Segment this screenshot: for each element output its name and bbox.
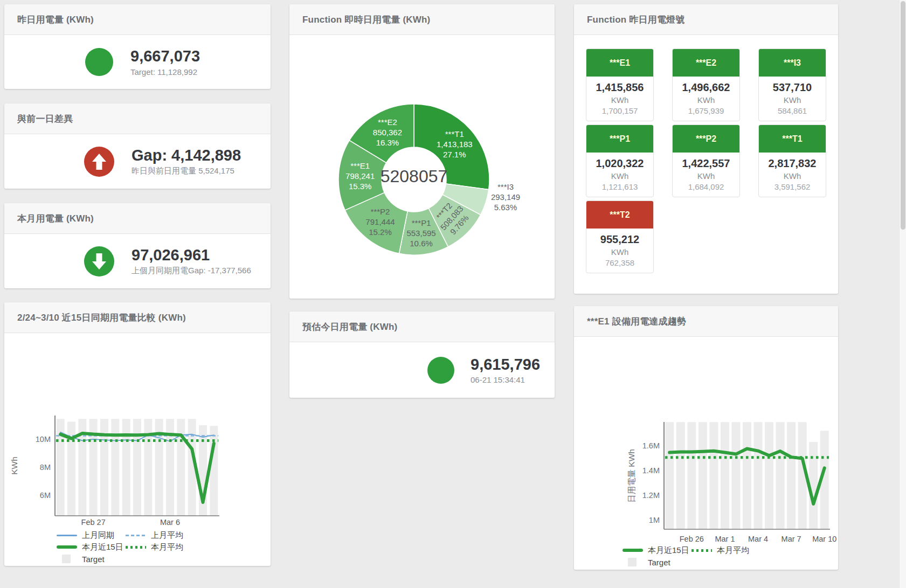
donut-center-total: 5208057 xyxy=(381,167,448,186)
tile-header: ***T2 xyxy=(586,201,653,229)
legend-item[interactable]: Target xyxy=(57,555,126,564)
compare-chart: 10M8M6MFeb 27Mar 6KWh xyxy=(4,333,271,538)
target-bar xyxy=(765,422,773,529)
x-tick-label: Mar 6 xyxy=(160,518,180,527)
legend-label: 上月同期 xyxy=(82,530,114,541)
tile-value: 1,020,322 xyxy=(586,157,653,170)
tile-unit: KWh xyxy=(586,247,653,257)
donut-slice-label: 15.3% xyxy=(349,182,372,191)
panel-title[interactable]: 預估今日用電量 (KWh) xyxy=(302,321,397,333)
target-swatch-icon xyxy=(57,555,77,563)
panel-body: 97,026,961 上個月同期用電Gap: -17,377,566 xyxy=(4,234,271,288)
legend-item[interactable]: 本月平均 xyxy=(126,542,195,552)
tile-unit: KWh xyxy=(673,95,739,105)
panel-title[interactable]: 昨日用電量 (KWh) xyxy=(17,13,94,26)
vertical-scrollbar[interactable] xyxy=(899,0,906,588)
donut-slice-label: ***E1 xyxy=(350,161,370,170)
donut-slice-label: 5.63% xyxy=(494,203,517,212)
down-arrow-icon xyxy=(84,246,114,276)
light-tile-P2: ***P21,422,557KWh1,684,092 xyxy=(672,124,740,197)
light-tile-T1: ***T12,817,832KWh3,591,562 xyxy=(758,124,826,197)
panel-body: 9,667,073 Target: 11,128,992 xyxy=(4,35,271,89)
target-bar xyxy=(743,422,751,529)
donut-slice-label: 798,241 xyxy=(345,171,375,181)
target-bar xyxy=(665,422,674,529)
x-tick-label: Mar 7 xyxy=(781,535,801,543)
panel-body: 1.6M1.4M1.2M1MFeb 26Mar 1Mar 4Mar 7Mar 1… xyxy=(574,337,838,570)
panel-header: Function 即時日用電量 (KWh) xyxy=(289,4,555,35)
dashboard: 昨日用電量 (KWh) 9,667,073 Target: 11,128,992… xyxy=(0,0,906,588)
donut-slice-label: 850,362 xyxy=(373,128,402,137)
tile-target-value: 584,861 xyxy=(759,106,826,115)
tile-value: 1,422,557 xyxy=(673,157,739,170)
target-bar xyxy=(687,422,696,529)
stat-value: 97,026,961 xyxy=(132,246,251,264)
target-bar xyxy=(731,422,740,529)
target-bar xyxy=(676,422,685,529)
legend-item[interactable]: 上月同期 xyxy=(57,530,126,541)
y-tick-label: 1.4M xyxy=(642,466,660,475)
stat-value: 9,615,796 xyxy=(471,356,540,373)
panel-title[interactable]: 本月用電量 (KWh) xyxy=(17,212,94,225)
dotted-line-swatch-icon xyxy=(691,546,712,555)
panel-title[interactable]: ***E1 設備用電達成趨勢 xyxy=(587,315,686,328)
tile-unit: KWh xyxy=(586,171,653,181)
panel-header: 本月用電量 (KWh) xyxy=(4,203,271,234)
tile-value: 2,817,832 xyxy=(759,157,826,170)
panel-title[interactable]: Function 即時日用電量 (KWh) xyxy=(302,13,430,26)
x-tick-label: Feb 27 xyxy=(81,518,106,527)
light-tile-P1: ***P11,020,322KWh1,121,613 xyxy=(586,124,654,197)
tile-header: ***E1 xyxy=(586,49,653,77)
panel-yesterday-usage: 昨日用電量 (KWh) 9,667,073 Target: 11,128,992 xyxy=(4,4,271,89)
donut-slice-label: ***I3 xyxy=(497,182,514,191)
tile-target-value: 1,700,157 xyxy=(586,106,653,115)
panel-gap-previous-day: 與前一日差異 Gap: 4,142,898 昨日與前日用電量 5,524,175 xyxy=(4,103,271,189)
x-tick-label: Mar 4 xyxy=(748,535,768,543)
donut-slice-label: 27.1% xyxy=(443,150,466,159)
tile-header: ***T1 xyxy=(759,125,826,153)
legend-item[interactable]: 本月近15日 xyxy=(623,545,691,556)
panel-header: 與前一日差異 xyxy=(4,103,271,134)
stat-subtext: 06-21 15:34:41 xyxy=(471,375,540,384)
thin-line-swatch-icon xyxy=(57,531,77,539)
light-tile-I3: ***I3537,710KWh584,861 xyxy=(758,49,826,121)
legend-item[interactable]: 本月平均 xyxy=(691,545,760,556)
up-arrow-icon xyxy=(84,147,114,177)
trend-legend: 本月近15日本月平均Target xyxy=(623,544,760,568)
panel-realtime-donut: Function 即時日用電量 (KWh) ***T11,413,18327.1… xyxy=(289,4,555,299)
panel-header: 2/24~3/10 近15日同期用電量比較 (KWh) xyxy=(4,302,271,333)
tile-header: ***P2 xyxy=(673,125,739,153)
target-swatch-icon xyxy=(623,558,643,566)
stat-subtext: Target: 11,128,992 xyxy=(130,67,200,77)
legend-item[interactable]: 上月平均 xyxy=(126,530,195,541)
scrollbar-thumb[interactable] xyxy=(901,1,905,230)
target-bar xyxy=(709,422,718,529)
x-tick-label: Mar 1 xyxy=(715,535,735,543)
panel-body: 10M8M6MFeb 27Mar 6KWh 上月同期上月平均本月近15日本月平均… xyxy=(4,333,271,566)
stat-value: 9,667,073 xyxy=(130,47,200,65)
panel-title[interactable]: 2/24~3/10 近15日同期用電量比較 (KWh) xyxy=(17,312,186,324)
panel-header: 昨日用電量 (KWh) xyxy=(4,4,271,35)
legend-item[interactable]: 本月近15日 xyxy=(57,542,126,552)
tile-target-value: 762,358 xyxy=(586,258,653,267)
legend-item[interactable]: Target xyxy=(623,558,691,567)
donut-slice-label: 10.6% xyxy=(410,239,433,248)
panel-month-usage: 本月用電量 (KWh) 97,026,961 上個月同期用電Gap: -17,3… xyxy=(4,203,271,288)
y-axis-title: 日用電量 KWh xyxy=(627,449,636,503)
panel-body: Gap: 4,142,898 昨日與前日用電量 5,524,175 xyxy=(4,134,271,189)
panel-title[interactable]: Function 昨日用電燈號 xyxy=(587,13,684,26)
y-tick-label: 8M xyxy=(40,463,51,472)
donut-slice-label: 15.2% xyxy=(369,227,392,237)
panel-title[interactable]: 與前一日差異 xyxy=(17,113,73,125)
legend-label: Target xyxy=(82,555,105,564)
tile-header: ***I3 xyxy=(759,49,826,77)
dotted-line-swatch-icon xyxy=(126,543,146,551)
legend-label: 上月平均 xyxy=(151,530,183,541)
tile-value: 1,415,856 xyxy=(586,81,653,94)
tile-value: 537,710 xyxy=(759,81,826,94)
target-bar xyxy=(754,422,763,529)
panel-compare-15day: 2/24~3/10 近15日同期用電量比較 (KWh) 10M8M6MFeb 2… xyxy=(4,302,271,566)
y-tick-label: 1.6M xyxy=(642,441,660,450)
tile-target-value: 1,684,092 xyxy=(673,182,739,191)
panel-estimate-today: 預估今日用電量 (KWh) 9,615,796 06-21 15:34:41 xyxy=(289,312,555,398)
